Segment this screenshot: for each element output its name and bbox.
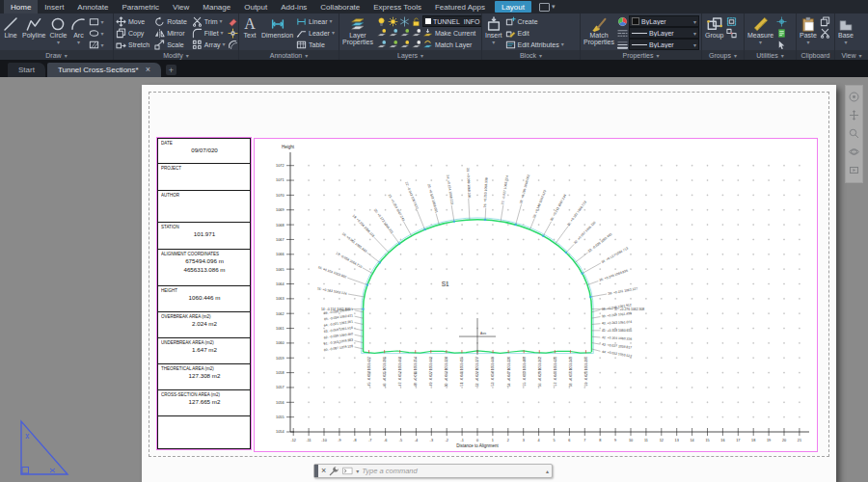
object-color-select[interactable]: ByLayer▾ <box>629 15 699 27</box>
rotate-tool[interactable]: Rotate <box>154 15 187 27</box>
quick-calc-tool[interactable] <box>776 27 787 39</box>
mirror-tool[interactable]: Mirror <box>154 27 187 39</box>
leader-tool[interactable]: Leader▾ <box>296 27 335 39</box>
ungroup-tool[interactable] <box>726 27 737 39</box>
command-input[interactable]: Type a command <box>362 467 543 475</box>
create-block-button[interactable]: Create <box>505 15 564 27</box>
layer-tool-icon[interactable] <box>399 40 410 50</box>
layer-on-icon[interactable] <box>376 16 387 27</box>
navigation-bar[interactable] <box>845 85 863 183</box>
close-command-icon[interactable]: × <box>321 467 326 475</box>
layer-tool-icon[interactable] <box>376 28 387 39</box>
ribbon-tab-output[interactable]: Output <box>237 0 274 13</box>
panel-title-clipboard[interactable]: Clipboard <box>797 50 834 60</box>
command-window-icon[interactable] <box>342 466 353 476</box>
arc-tool[interactable]: Arc▾ <box>69 15 87 45</box>
new-tab-button[interactable]: + <box>166 65 176 75</box>
measure-button[interactable]: Measure▾ <box>746 15 774 45</box>
insert-block-button[interactable]: Insert▾ <box>484 15 503 45</box>
panel-title-block[interactable]: Block▾ <box>482 50 580 60</box>
file-tab-start[interactable]: Start <box>8 63 45 77</box>
drawing-canvas[interactable]: DATE09/07/020PROJECTAUTHORSTATION101.971… <box>0 77 868 482</box>
cross-section-chart[interactable]: 1054105510561057105810591060106110621063… <box>254 138 818 452</box>
ribbon-tab-manage[interactable]: Manage <box>196 0 237 13</box>
trim-tool[interactable]: Trim▾ <box>192 15 226 27</box>
circle-tool[interactable]: Circle▾ <box>49 15 68 45</box>
layer-tool-icon[interactable] <box>399 28 410 39</box>
dimension-tool[interactable]: Dimension <box>260 15 294 39</box>
stretch-tool[interactable]: Stretch <box>116 39 149 50</box>
offset-tool[interactable] <box>228 39 238 50</box>
lineweight-select[interactable]: ByLayer▾ <box>629 39 699 50</box>
layer-tool-icon[interactable] <box>388 28 398 39</box>
panel-title-annotation[interactable]: Annotation▾ <box>239 50 339 60</box>
showmotion-icon[interactable] <box>849 162 859 179</box>
erase-tool[interactable] <box>228 15 238 27</box>
scale-tool[interactable]: Scale <box>154 39 187 50</box>
quick-select-tool[interactable] <box>776 39 787 50</box>
panel-title-properties[interactable]: Properties▾ <box>581 50 701 60</box>
panel-title-layers[interactable]: Layers▾ <box>339 50 481 60</box>
edit-block-button[interactable]: Edit <box>505 27 564 39</box>
group-button[interactable]: Group <box>704 15 724 39</box>
info-table-viewport[interactable]: DATE09/07/020PROJECTAUTHORSTATION101.971… <box>157 138 251 449</box>
panel-title-draw[interactable]: Draw▾ <box>0 50 113 60</box>
match-layer-button[interactable]: Match Layer <box>422 39 473 50</box>
layer-freeze-icon[interactable] <box>399 16 410 27</box>
command-line[interactable]: × ▾ Type a command ▴ <box>313 464 553 478</box>
panel-title-utilities[interactable]: Utilities▾ <box>745 50 796 60</box>
customize-wrench-icon[interactable] <box>329 466 339 476</box>
rectangle-tool[interactable]: ▾ <box>89 15 103 27</box>
layer-thaw-icon[interactable] <box>388 16 398 27</box>
fillet-tool[interactable]: Fillet▾ <box>192 27 226 39</box>
file-tab-document[interactable]: Tunnel Cross-Sections*× <box>47 63 161 77</box>
command-grip[interactable] <box>314 465 318 477</box>
panel-title-groups[interactable]: Groups▾ <box>702 50 744 60</box>
match-properties-button[interactable]: Match Properties <box>583 15 615 45</box>
linetype-select[interactable]: ByLayer▾ <box>629 27 699 39</box>
edit-attributes-button[interactable]: Edit Attributes▾ <box>505 39 564 50</box>
text-tool[interactable]: AText <box>241 15 258 39</box>
ribbon-tab-home[interactable]: Home <box>4 0 38 13</box>
group-edit-tool[interactable] <box>726 15 737 27</box>
pan-icon[interactable] <box>849 107 859 124</box>
table-tool[interactable]: Table <box>296 39 335 50</box>
close-tab-icon[interactable]: × <box>146 66 150 74</box>
layer-lock-icon[interactable] <box>411 16 421 27</box>
full-navigation-wheel-icon[interactable] <box>849 89 859 106</box>
layer-tool-icon[interactable] <box>411 28 421 39</box>
layer-properties-button[interactable]: Layer Properties <box>341 15 374 45</box>
ribbon-tab-featured-apps[interactable]: Featured Apps <box>428 0 492 13</box>
layer-tool-icon[interactable] <box>376 40 387 50</box>
linear-tool[interactable]: Linear▾ <box>296 15 335 27</box>
layer-tool-icon[interactable] <box>411 40 421 50</box>
ellipse-tool[interactable]: ▾ <box>89 27 103 39</box>
ribbon-tab-layout[interactable]: Layout <box>495 1 531 13</box>
ribbon-tab-view[interactable]: View <box>166 0 196 13</box>
panel-title-view[interactable]: View▾ <box>835 50 868 60</box>
ribbon-tab-add-ins[interactable]: Add-ins <box>274 0 313 13</box>
command-history-arrow[interactable]: ▴ <box>546 468 549 474</box>
ribbon-display-toggle[interactable]: ▾ <box>534 0 560 13</box>
ribbon-tab-express-tools[interactable]: Express Tools <box>366 0 428 13</box>
move-tool[interactable]: Move <box>116 15 149 27</box>
array-tool[interactable]: Array▾ <box>192 39 226 50</box>
copy-tool[interactable]: Copy <box>116 27 149 39</box>
ribbon-tab-parametric[interactable]: Parametric <box>115 0 166 13</box>
panel-title-modify[interactable]: Modify▾ <box>114 50 238 60</box>
base-button[interactable]: Base▾ <box>837 15 854 45</box>
hatch-tool[interactable]: ▾ <box>89 39 103 50</box>
layer-tool-icon[interactable] <box>388 40 398 50</box>
copy-clip-tool[interactable] <box>820 15 830 27</box>
id-point-tool[interactable] <box>776 15 787 27</box>
polyline-tool[interactable]: Polyline <box>21 15 47 39</box>
paste-button[interactable]: Paste▾ <box>799 15 818 45</box>
line-tool[interactable]: Line <box>2 15 19 39</box>
ribbon-tab-collaborate[interactable]: Collaborate <box>313 0 366 13</box>
make-current-button[interactable]: Make Current <box>422 27 475 39</box>
zoom-icon[interactable] <box>849 125 859 143</box>
ribbon-tab-annotate[interactable]: Annotate <box>70 0 115 13</box>
layer-select[interactable]: TUNNEL_INFO▾ <box>422 15 481 27</box>
ribbon-tab-insert[interactable]: Insert <box>38 0 70 13</box>
cut-clip-tool[interactable] <box>820 27 830 39</box>
